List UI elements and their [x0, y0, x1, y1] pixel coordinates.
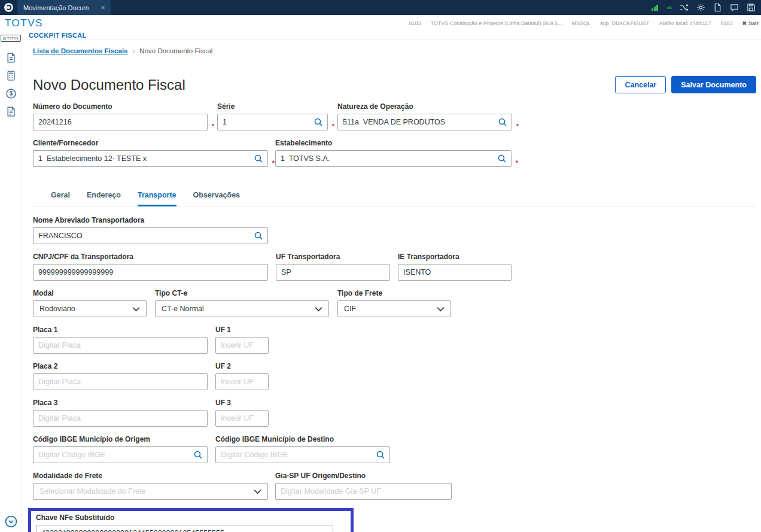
sidebar-item-notas[interactable]: [5, 106, 17, 117]
sidebar-item-financeiro[interactable]: [5, 88, 17, 99]
uf-2-input[interactable]: [215, 373, 269, 390]
field-placa-1: Placa 1: [33, 326, 208, 354]
uf-transportadora-label: UF Transportadora: [276, 253, 390, 261]
ibge-destino-input[interactable]: [215, 446, 390, 463]
env-port: 8183: [409, 20, 421, 26]
chave-nfe-label: Chave NFe Substituído: [36, 513, 333, 522]
placa-3-label: Placa 3: [33, 399, 208, 407]
uf-3-input[interactable]: [215, 410, 269, 427]
ie-transportadora-label: IE Transportadora: [398, 253, 512, 261]
environment-info: 8183 TOTVS Construção e Projetos (Linha …: [409, 20, 759, 26]
natureza-operacao-label: Natureza de Operação: [337, 102, 512, 111]
modalidade-frete-placeholder: Selecionar Modalidade do Frete: [39, 487, 145, 495]
env-shortcut: Atalho local: c:\dlc117: [659, 20, 711, 26]
sidebar-item-calculadora[interactable]: [5, 70, 17, 81]
ie-transportadora-input[interactable]: [398, 264, 512, 281]
placa-1-input[interactable]: [33, 337, 208, 354]
breadcrumb: Lista de Documentos Fiscais › Novo Docum…: [33, 47, 756, 54]
field-ibge-origem: Código IBGE Município de Origem: [33, 435, 208, 463]
search-icon[interactable]: [376, 450, 385, 460]
shuffle-icon[interactable]: [680, 3, 689, 12]
save-icon[interactable]: [747, 3, 756, 12]
search-icon[interactable]: [254, 154, 263, 163]
required-marker: *: [212, 123, 214, 130]
ibge-destino-label: Código IBGE Município de Destino: [215, 435, 390, 443]
ibge-origem-input[interactable]: [33, 446, 208, 463]
document-icon[interactable]: [713, 3, 722, 12]
module-header: COCKPIT FISCAL: [22, 32, 761, 39]
uf-3-label: UF 3: [215, 399, 269, 407]
chevron-down-icon: [315, 306, 322, 312]
natureza-operacao-input[interactable]: [337, 114, 512, 130]
tipo-cte-select[interactable]: CT-e Normal: [155, 300, 329, 317]
placa-2-input[interactable]: [33, 373, 208, 390]
connection-status: ok: [667, 5, 672, 10]
cancel-button[interactable]: Cancelar: [615, 76, 666, 93]
field-modal: Modal Rodoviário: [33, 289, 147, 317]
cliente-fornecedor-label: Cliente/Fornecedor: [33, 139, 268, 147]
search-icon[interactable]: [497, 154, 507, 163]
field-tipo-frete: Tipo de Frete CIF: [337, 289, 451, 317]
footer-expand-button[interactable]: [5, 515, 17, 528]
field-tipo-cte: Tipo CT-e CT-e Normal: [155, 289, 329, 317]
placa-3-input[interactable]: [33, 410, 208, 427]
required-marker: *: [332, 123, 334, 130]
tab-endereco[interactable]: Endereço: [87, 191, 121, 206]
tab-close-icon[interactable]: ×: [101, 4, 105, 12]
breadcrumb-current: Novo Documento Fiscal: [139, 47, 212, 54]
sidebar-item-documentos[interactable]: [5, 52, 17, 63]
modalidade-frete-select[interactable]: Selecionar Modalidade do Frete: [33, 483, 268, 500]
serie-input[interactable]: [217, 114, 328, 130]
sidebar: TOTVS: [0, 32, 22, 532]
field-modalidade-frete: Modalidade de Frete Selecionar Modalidad…: [33, 472, 268, 500]
field-uf-2: UF 2: [215, 362, 269, 390]
page-title: Novo Documento Fiscal: [33, 77, 185, 93]
modal-select[interactable]: Rodoviário: [33, 300, 147, 317]
cliente-fornecedor-input[interactable]: [33, 150, 268, 167]
totvs-mark-icon: [3, 37, 6, 40]
transporte-panel: Nome Abreviado Transportadora CNPJ/CPF d…: [33, 216, 756, 532]
window-titlebar: Movimentação Docum × ok: [0, 0, 761, 15]
chevron-down-icon: [132, 306, 140, 312]
placa-1-label: Placa 1: [33, 326, 208, 334]
cnpj-input[interactable]: [33, 264, 268, 281]
estabelecimento-input[interactable]: [275, 150, 512, 167]
serie-label: Série: [217, 102, 328, 111]
tipo-frete-select[interactable]: CIF: [337, 300, 451, 317]
chave-nfe-highlight-annotation: Chave NFe Substituído: [28, 508, 354, 532]
cnpj-label: CNPJ/CPF da Transportadora: [33, 253, 268, 261]
env-user: sup_DBACKFISUST: [600, 20, 650, 26]
chevron-down-icon: [437, 306, 445, 312]
gear-icon[interactable]: [696, 3, 705, 12]
app-tab-label: Movimentação Docum: [23, 4, 89, 11]
chave-nfe-input[interactable]: [36, 525, 333, 532]
field-placa-3: Placa 3: [33, 399, 208, 427]
save-document-button[interactable]: Salvar Documento: [671, 76, 756, 93]
sidebar-totvs-logo[interactable]: TOTVS: [1, 35, 21, 42]
form-tabs: Geral Endereço Transporte Observações: [33, 191, 756, 206]
modal-value: Rodoviário: [39, 305, 75, 313]
app-logo-icon: [4, 3, 13, 12]
tipo-frete-label: Tipo de Frete: [337, 289, 451, 297]
uf-1-input[interactable]: [215, 337, 269, 354]
chat-icon[interactable]: [730, 3, 739, 12]
numero-documento-input[interactable]: [33, 114, 208, 130]
search-icon[interactable]: [498, 117, 507, 127]
search-icon[interactable]: [254, 231, 263, 241]
tipo-cte-label: Tipo CT-e: [155, 289, 329, 297]
gia-sp-input[interactable]: [275, 483, 452, 500]
search-icon[interactable]: [193, 450, 203, 460]
required-marker: *: [516, 159, 518, 166]
uf-1-label: UF 1: [215, 326, 269, 334]
module-title: COCKPIT FISCAL: [29, 32, 86, 39]
app-tab-movimentacao[interactable]: Movimentação Docum ×: [17, 0, 111, 15]
tab-observacoes[interactable]: Observações: [193, 191, 241, 206]
tab-geral[interactable]: Geral: [51, 191, 70, 206]
tab-transporte[interactable]: Transporte: [138, 191, 176, 206]
search-icon[interactable]: [313, 117, 323, 127]
nome-abreviado-input[interactable]: [33, 227, 268, 244]
logout-button[interactable]: ✖ Sair: [742, 20, 759, 26]
logout-label: Sair: [748, 20, 759, 26]
uf-transportadora-input[interactable]: [276, 264, 390, 281]
breadcrumb-link-lista[interactable]: Lista de Documentos Fiscais: [33, 47, 128, 54]
